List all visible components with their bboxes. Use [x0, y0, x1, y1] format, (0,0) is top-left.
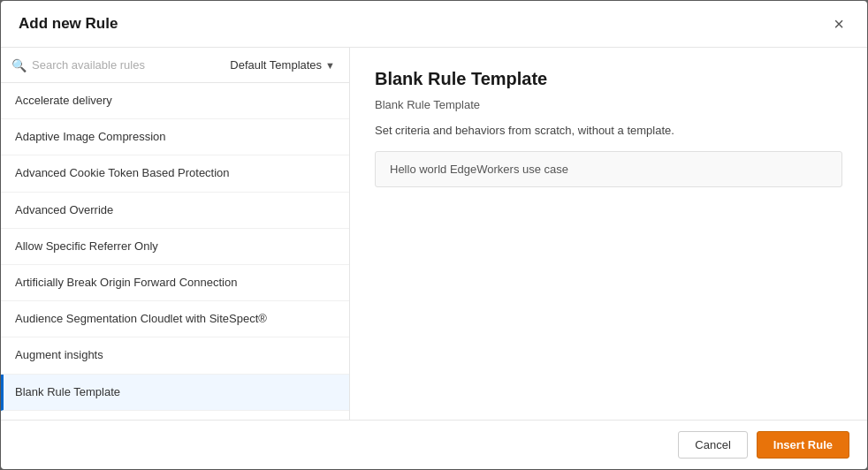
search-input[interactable] [32, 58, 219, 72]
detail-title: Blank Rule Template [375, 69, 842, 89]
rules-list: Accelerate deliveryAdaptive Image Compre… [1, 83, 349, 420]
modal-body: 🔍 Default Templates ▼ Accelerate deliver… [1, 48, 867, 420]
left-panel: 🔍 Default Templates ▼ Accelerate deliver… [1, 48, 350, 420]
chevron-down-icon: ▼ [325, 60, 335, 71]
modal-footer: Cancel Insert Rule [1, 420, 867, 469]
rule-item-augment-insights[interactable]: Augment insights [1, 337, 349, 374]
search-filter-row: 🔍 Default Templates ▼ [1, 48, 349, 83]
modal-overlay: Add new Rule × 🔍 Default Templates ▼ [0, 0, 868, 470]
search-wrapper: 🔍 [11, 58, 219, 72]
close-button[interactable]: × [828, 13, 849, 34]
modal-title: Add new Rule [19, 15, 118, 33]
insert-rule-button[interactable]: Insert Rule [757, 431, 849, 459]
rule-item-audience-segmentation[interactable]: Audience Segmentation Cloudlet with Site… [1, 301, 349, 337]
filter-dropdown[interactable]: Default Templates ▼ [226, 57, 339, 73]
rule-item-advanced-override[interactable]: Advanced Override [1, 193, 349, 229]
rule-item-adaptive-image-compression[interactable]: Adaptive Image Compression [1, 119, 349, 155]
modal: Add new Rule × 🔍 Default Templates ▼ [1, 1, 867, 469]
rule-item-blank-rule-template[interactable]: Blank Rule Template [1, 375, 349, 411]
detail-description: Set criteria and behaviors from scratch,… [375, 124, 842, 137]
cancel-button[interactable]: Cancel [678, 431, 747, 459]
modal-header: Add new Rule × [1, 1, 867, 48]
right-panel: Blank Rule Template Blank Rule Template … [350, 48, 867, 420]
rule-item-allow-specific-referrer[interactable]: Allow Specific Referrer Only [1, 229, 349, 265]
detail-subtitle: Blank Rule Template [375, 98, 842, 111]
search-icon: 🔍 [11, 58, 27, 72]
rule-item-advanced-cookie-token[interactable]: Advanced Cookie Token Based Protection [1, 155, 349, 192]
rule-item-accelerate-delivery[interactable]: Accelerate delivery [1, 83, 349, 119]
filter-label: Default Templates [230, 58, 322, 72]
rule-item-breach-defense[interactable]: BREACH Defense (SSL) [1, 411, 349, 420]
detail-note: Hello world EdgeWorkers use case [375, 151, 842, 187]
rule-item-artificially-break[interactable]: Artificially Break Origin Forward Connec… [1, 265, 349, 301]
